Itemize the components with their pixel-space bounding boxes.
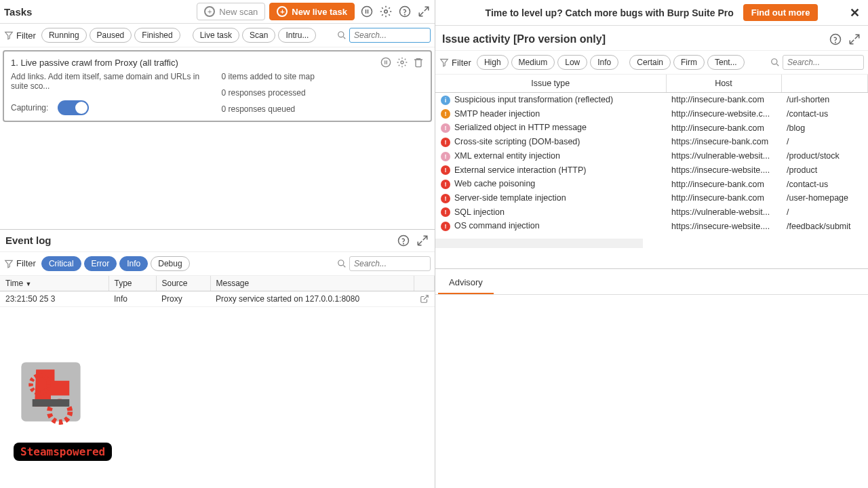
tasks-filter-bar: Filter Running Paused Finished Live task… (0, 24, 435, 47)
svg-point-12 (401, 61, 403, 64)
scrollbar-horizontal[interactable] (435, 239, 643, 248)
filter-icon (4, 30, 14, 40)
expand-icon[interactable] (417, 5, 431, 18)
gear-icon[interactable] (379, 5, 393, 18)
severity-icon: ! (441, 207, 450, 217)
severity-icon: ! (441, 123, 450, 133)
col-host[interactable]: Host (666, 75, 781, 93)
col-type[interactable]: Type (108, 276, 156, 291)
severity-icon: ! (441, 109, 450, 119)
filter-pill-scan[interactable]: Scan (242, 28, 275, 43)
col-path[interactable] (781, 75, 868, 93)
new-scan-label: New scan (219, 7, 258, 17)
help-icon[interactable] (398, 5, 412, 18)
issue-row[interactable]: !Server-side template injectionhttp://in… (435, 191, 868, 205)
col-issuetype[interactable]: Issue type (435, 75, 666, 93)
eventlog-table: Time ▼ Type Source Message 23:21:50 25 3… (0, 276, 435, 307)
svg-marker-6 (5, 32, 13, 39)
eventlog-filter-bar: Filter Critical Error Info Debug (0, 252, 435, 276)
conf-pill-tentative[interactable]: Tent... (707, 55, 745, 70)
svg-point-21 (772, 59, 777, 64)
task-card[interactable]: 1. Live passive crawl from Proxy (all tr… (3, 50, 432, 122)
filter-label: Filter (452, 58, 471, 68)
conf-pill-certain[interactable]: Certain (629, 55, 671, 70)
external-link-icon[interactable] (414, 291, 435, 306)
issue-row[interactable]: !SMTP header injectionhttp://insecure-we… (435, 107, 868, 121)
filter-pill-finished[interactable]: Finished (134, 28, 180, 43)
trash-icon[interactable] (413, 57, 424, 68)
plus-icon: + (204, 6, 215, 17)
svg-point-0 (362, 7, 372, 17)
search-icon[interactable] (337, 30, 347, 40)
severity-icon: ! (441, 138, 450, 147)
pause-icon[interactable] (380, 57, 391, 68)
filter-label: Filter (16, 258, 36, 268)
eventlog-row[interactable]: 23:21:50 25 3 Info Proxy Proxy service s… (0, 291, 435, 306)
search-icon[interactable] (337, 259, 347, 268)
plus-icon: + (277, 6, 288, 17)
sort-down-icon: ▼ (26, 281, 32, 287)
new-scan-button[interactable]: + New scan (197, 3, 265, 20)
task-description: Add links. Add item itself, same domain … (11, 72, 214, 91)
pause-icon[interactable] (360, 5, 374, 18)
conf-pill-firm[interactable]: Firm (673, 55, 705, 70)
issue-row[interactable]: !OS command injectionhttps://insecure-we… (435, 219, 868, 233)
svg-point-19 (835, 42, 836, 43)
promo-bar: Time to level up? Catch more bugs with B… (435, 0, 868, 26)
issue-row[interactable]: !Serialized object in HTTP messagehttp:/… (435, 121, 868, 135)
eventlog-search-input[interactable] (349, 256, 431, 271)
advisory-tabs: Advisory (435, 269, 868, 295)
close-icon[interactable]: ✕ (850, 5, 860, 20)
capturing-toggle[interactable] (58, 100, 89, 115)
new-live-task-button[interactable]: + New live task (269, 3, 355, 20)
severity-icon: ! (441, 152, 450, 161)
help-icon[interactable] (397, 234, 410, 247)
issue-row[interactable]: !External service interaction (HTTP)http… (435, 163, 868, 178)
col-source[interactable]: Source (156, 276, 210, 291)
severity-icon: ! (441, 165, 450, 175)
issue-row[interactable]: iSuspicious input transformation (reflec… (435, 93, 868, 107)
filter-pill-intruder[interactable]: Intru... (278, 28, 316, 43)
filter-pill-running[interactable]: Running (41, 28, 87, 43)
svg-line-8 (343, 37, 345, 39)
filter-pill-error[interactable]: Error (84, 256, 117, 271)
sev-pill-info[interactable]: Info (590, 55, 618, 70)
filter-pill-critical[interactable]: Critical (41, 256, 81, 271)
severity-icon: ! (441, 222, 450, 231)
svg-point-7 (338, 32, 344, 37)
issue-title: Issue activity [Pro version only] (442, 33, 823, 45)
col-time[interactable]: Time ▼ (0, 276, 108, 291)
svg-point-3 (384, 10, 388, 14)
promo-button[interactable]: Find out more (743, 4, 818, 21)
filter-pill-info[interactable]: Info (119, 256, 148, 271)
sev-pill-low[interactable]: Low (557, 55, 587, 70)
filter-pill-debug[interactable]: Debug (151, 256, 189, 271)
svg-point-9 (381, 58, 390, 66)
issue-filter-bar: Filter High Medium Low Info Certain Firm… (435, 51, 868, 75)
filter-icon (4, 259, 14, 268)
task-card-title: 1. Live passive crawl from Proxy (all tr… (11, 58, 380, 68)
search-icon[interactable] (770, 58, 780, 67)
expand-icon[interactable] (848, 33, 861, 46)
gear-icon[interactable] (397, 57, 408, 68)
svg-line-22 (776, 64, 778, 66)
severity-icon: i (441, 96, 450, 105)
filter-pill-livetask[interactable]: Live task (193, 28, 239, 43)
issues-search-input[interactable] (783, 55, 864, 70)
sev-pill-medium[interactable]: Medium (511, 55, 555, 70)
expand-icon[interactable] (416, 234, 429, 247)
severity-icon: ! (441, 180, 450, 189)
issue-row[interactable]: !SQL injectionhttps://vulnerable-websit.… (435, 205, 868, 220)
tab-advisory[interactable]: Advisory (438, 272, 494, 294)
help-icon[interactable] (829, 33, 842, 46)
col-message[interactable]: Message (210, 276, 414, 291)
severity-icon: ! (441, 194, 450, 203)
sev-pill-high[interactable]: High (477, 55, 509, 70)
tasks-search-input[interactable] (349, 28, 431, 43)
advisory-pane (435, 295, 868, 489)
issue-row[interactable]: !Cross-site scripting (DOM-based)https:/… (435, 135, 868, 149)
task-stat: 0 responses processed (222, 88, 425, 98)
filter-pill-paused[interactable]: Paused (90, 28, 132, 43)
issue-row[interactable]: !Web cache poisoninghttp://insecure-bank… (435, 177, 868, 191)
issue-row[interactable]: !XML external entity injectionhttps://vu… (435, 149, 868, 163)
